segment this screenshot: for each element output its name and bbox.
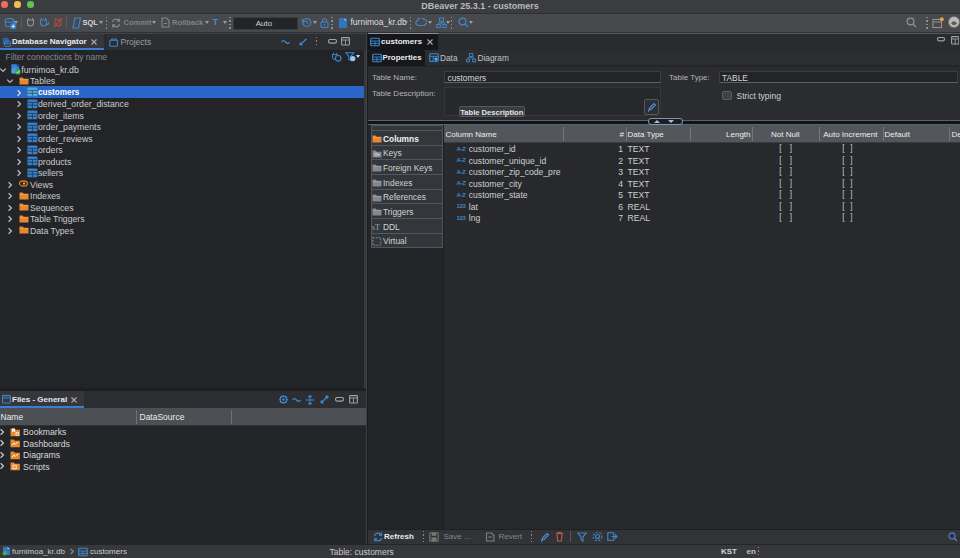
svg-text:?: ? — [434, 58, 437, 63]
svg-text:sT: sT — [372, 223, 380, 232]
